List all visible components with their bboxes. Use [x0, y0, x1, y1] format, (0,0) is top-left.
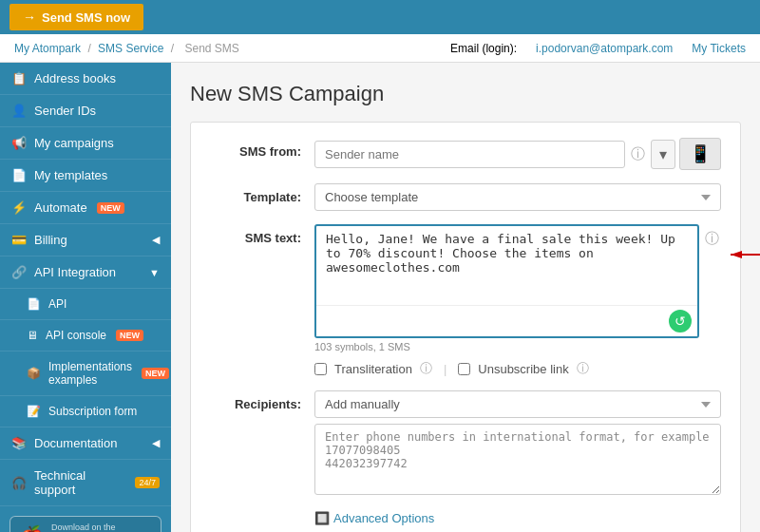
char-count: 103 symbols, 1 SMS — [314, 341, 699, 352]
transliteration-checkbox[interactable] — [314, 363, 327, 375]
form-card: SMS from: ⓘ ▾ 📱 Template: Choose templat… — [190, 122, 741, 532]
badge-247: 24/7 — [135, 477, 160, 488]
header-right: Email (login): i.podorvan@atompark.com M… — [450, 42, 746, 55]
sidebar-item-label: Subscription form — [48, 405, 137, 418]
implementations-icon: 📦 — [27, 367, 41, 380]
support-icon: 🎧 — [11, 476, 27, 490]
campaigns-icon: 📢 — [11, 136, 27, 150]
email-label: Email (login): — [450, 42, 517, 55]
template-label: Template: — [210, 183, 314, 204]
header-email[interactable]: i.podorvan@atompark.com — [536, 42, 673, 55]
sidebar: 📋 Address books 👤 Sender IDs 📢 My campai… — [0, 63, 171, 532]
phone-numbers-input[interactable]: Enter phone numbers in international for… — [314, 424, 721, 495]
recipients-field: Add manually Enter phone numbers in inte… — [314, 390, 721, 498]
top-bar: → Send SMS now — [0, 0, 760, 34]
sender-dropdown-btn[interactable]: ▾ — [651, 140, 675, 169]
unsubscribe-link-checkbox[interactable] — [458, 363, 470, 375]
console-icon: 🖥 — [27, 329, 38, 342]
sender-help-icon[interactable]: ⓘ — [629, 143, 647, 165]
advanced-options-link[interactable]: 🔲 Advanced Options — [314, 511, 721, 525]
sidebar-item-label: My templates — [34, 168, 107, 182]
checkboxes-row: Transliteration ⓘ | Unsubscribe link ⓘ — [314, 360, 721, 377]
sidebar-item-label: Automate — [34, 200, 87, 215]
sidebar-item-api-console[interactable]: 🖥 API console NEW — [0, 320, 171, 352]
sms-text-area: Hello, Jane! We have a final sale this w… — [314, 224, 699, 338]
sms-from-label: SMS from: — [210, 138, 314, 159]
breadcrumb: My Atompark / SMS Service / Send SMS — [14, 42, 243, 55]
annotation-arrow — [726, 243, 760, 267]
sidebar-item-label: API Integration — [34, 265, 116, 279]
new-badge: NEW — [97, 202, 124, 214]
send-sms-top-button[interactable]: → Send SMS now — [10, 4, 143, 30]
breadcrumb-my-atompark[interactable]: My Atompark — [14, 42, 81, 55]
sender-name-input[interactable] — [314, 141, 625, 168]
sidebar-item-label: Documentation — [34, 436, 117, 450]
sms-from-field: ⓘ ▾ 📱 — [314, 138, 721, 170]
header-nav: My Atompark / SMS Service / Send SMS Ema… — [0, 34, 760, 63]
transliteration-help-icon[interactable]: ⓘ — [420, 360, 432, 377]
page-title: New SMS Campaign — [190, 82, 741, 106]
template-field: Choose template — [314, 183, 721, 211]
sidebar-item-label: My campaigns — [34, 136, 114, 150]
unsubscribe-help-icon[interactable]: ⓘ — [577, 360, 589, 377]
address-books-icon: 📋 — [11, 71, 27, 86]
sidebar-item-billing[interactable]: 💳 Billing ◀ — [0, 224, 171, 256]
sidebar-item-label: API console — [46, 329, 106, 342]
new-badge-impl: NEW — [142, 368, 169, 379]
sms-text-input[interactable]: Hello, Jane! We have a final sale this w… — [316, 226, 697, 302]
subscription-icon: 📝 — [27, 405, 41, 418]
sidebar-item-api[interactable]: 📄 API — [0, 289, 171, 320]
sender-ids-icon: 👤 — [11, 104, 27, 118]
chevron-right-icon: ◀ — [152, 234, 160, 246]
template-select[interactable]: Choose template — [314, 183, 721, 211]
mobile-preview-btn[interactable]: 📱 — [679, 138, 721, 170]
main-layout: 📋 Address books 👤 Sender IDs 📢 My campai… — [0, 63, 760, 532]
sidebar-item-my-campaigns[interactable]: 📢 My campaigns — [0, 127, 171, 160]
chevron-right-doc-icon: ◀ — [152, 437, 160, 449]
sms-text-field: Hello, Jane! We have a final sale this w… — [314, 224, 721, 377]
sidebar-item-documentation[interactable]: 📚 Documentation ◀ — [0, 428, 171, 460]
sidebar-item-sender-ids[interactable]: 👤 Sender IDs — [0, 95, 171, 127]
sidebar-item-subscription-form[interactable]: 📝 Subscription form — [0, 396, 171, 428]
sidebar-item-implementations[interactable]: 📦 Implementations examples NEW — [0, 352, 171, 396]
sidebar-item-automate[interactable]: ⚡ Automate NEW — [0, 192, 171, 224]
sms-text-help-icon[interactable]: ⓘ — [703, 224, 721, 250]
breadcrumb-sms-service[interactable]: SMS Service — [98, 42, 163, 55]
sidebar-item-label: Technical support — [34, 468, 125, 497]
emoji-button[interactable]: ↺ — [669, 310, 692, 332]
sms-text-label: SMS text: — [210, 224, 314, 245]
documentation-icon: 📚 — [11, 436, 27, 450]
sidebar-item-my-templates[interactable]: 📄 My templates — [0, 160, 171, 192]
my-tickets-link[interactable]: My Tickets — [692, 42, 746, 55]
new-badge-console: NEW — [116, 330, 143, 341]
sidebar-item-label: Sender IDs — [34, 104, 96, 118]
advanced-options-row: 🔲 Advanced Options — [210, 511, 721, 525]
apple-icon: 🍎 — [20, 524, 44, 532]
arrow-right-icon: → — [23, 10, 36, 25]
breadcrumb-send-sms: Send SMS — [184, 42, 238, 55]
api-doc-icon: 📄 — [27, 297, 41, 311]
templates-icon: 📄 — [11, 168, 27, 182]
content-area: New SMS Campaign SMS from: ⓘ ▾ 📱 Templat… — [171, 63, 760, 532]
sms-from-row: SMS from: ⓘ ▾ 📱 — [210, 138, 721, 170]
sidebar-item-address-books[interactable]: 📋 Address books — [0, 63, 171, 95]
sms-text-footer: ↺ — [316, 305, 697, 336]
app-store-text: Download on the App Store — [51, 522, 116, 532]
sidebar-item-label: API — [48, 297, 66, 311]
plus-icon: 🔲 — [314, 511, 330, 525]
chevron-down-icon: ▼ — [149, 267, 160, 278]
sidebar-item-label: Billing — [34, 233, 67, 247]
sms-text-row: SMS text: Hello, Jane! We have a final s… — [210, 224, 721, 377]
app-store-button[interactable]: 🍎 Download on the App Store — [10, 516, 162, 532]
recipients-label: Recipients: — [210, 390, 314, 411]
sidebar-item-api-integration[interactable]: 🔗 API Integration ▼ — [0, 256, 171, 289]
template-row: Template: Choose template — [210, 183, 721, 211]
recipients-select[interactable]: Add manually — [314, 390, 721, 418]
sidebar-item-technical-support[interactable]: 🎧 Technical support 24/7 — [0, 460, 171, 506]
transliteration-label: Transliteration — [334, 362, 412, 376]
sidebar-item-label: Implementations examples — [48, 360, 132, 387]
billing-icon: 💳 — [11, 233, 27, 247]
automate-icon: ⚡ — [11, 200, 27, 215]
sms-text-wrapper: Hello, Jane! We have a final sale this w… — [314, 224, 699, 352]
recipients-row: Recipients: Add manually Enter phone num… — [210, 390, 721, 498]
